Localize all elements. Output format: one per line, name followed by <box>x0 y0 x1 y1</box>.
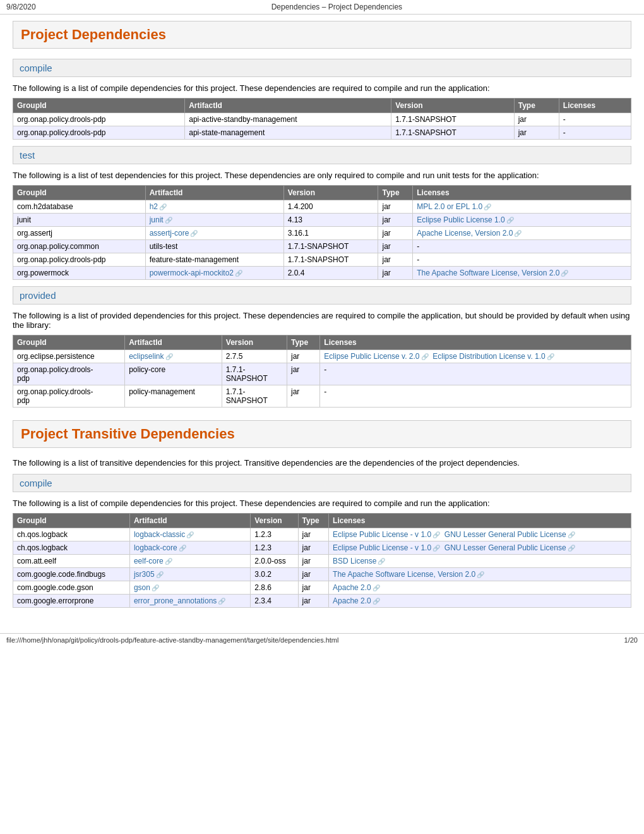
cell-licenses: Eclipse Public License - v 1.0 GNU Lesse… <box>329 528 631 541</box>
test-table: GroupId ArtifactId Version Type Licenses… <box>13 185 631 280</box>
cell-artifactid: logback-classic <box>129 528 250 541</box>
license-link2[interactable]: Eclipse Distribution License v. 1.0 <box>432 352 554 361</box>
artifact-link[interactable]: junit <box>150 215 172 224</box>
artifact-link[interactable]: assertj-core <box>150 229 198 238</box>
cell-groupid: ch.qos.logback <box>13 541 130 555</box>
cell-type: jar <box>298 555 328 568</box>
browser-date: 9/8/2020 <box>6 3 36 11</box>
test-section-label: test <box>20 150 624 160</box>
artifact-link[interactable]: jsr305 <box>134 570 164 579</box>
license-link[interactable]: Eclipse Public License - v 1.0 <box>333 543 440 552</box>
provided-col-groupid: GroupId <box>13 335 125 350</box>
cell-licenses: - <box>559 113 631 126</box>
browser-title: Dependencies – Project Dependencies <box>271 3 402 11</box>
compile-section-label: compile <box>20 63 624 73</box>
artifact-link[interactable]: eelf-core <box>134 557 172 565</box>
cell-version: 1.7.1-SNAPSHOT <box>222 363 287 385</box>
table-row: org.onap.policy.common utils-test 1.7.1-… <box>13 240 631 253</box>
compile-col-version: Version <box>391 99 515 113</box>
license-link[interactable]: The Apache Software License, Version 2.0 <box>417 269 568 277</box>
compile-col-licenses: Licenses <box>559 99 631 113</box>
cell-artifactid: utils-test <box>145 240 283 253</box>
cell-version: 1.2.3 <box>251 541 298 555</box>
provided-col-version: Version <box>222 335 287 350</box>
table-row: ch.qos.logback logback-classic 1.2.3 jar… <box>13 528 631 541</box>
compile-section-header: compile <box>13 59 631 77</box>
compile-table: GroupId ArtifactId Version Type Licenses… <box>13 98 631 140</box>
tc-col-type: Type <box>298 514 328 528</box>
license-link[interactable]: Eclipse Public License 1.0 <box>417 215 513 224</box>
license-link[interactable]: Apache License, Version 2.0 <box>417 229 522 238</box>
cell-type: jar <box>298 528 328 541</box>
license-link[interactable]: Apache 2.0 <box>333 583 380 592</box>
provided-col-licenses: Licenses <box>320 335 631 350</box>
cell-licenses: BSD License <box>329 555 631 568</box>
compile-section-desc: The following is a list of compile depen… <box>13 83 631 93</box>
cell-groupid: org.onap.policy.drools-pdp <box>13 253 146 267</box>
cell-artifactid: eclipselink <box>125 350 222 363</box>
cell-artifactid: jsr305 <box>129 568 250 581</box>
transitive-desc: The following is a list of transitive de… <box>13 458 631 468</box>
cell-groupid: org.onap.policy.drools-pdp <box>13 126 185 140</box>
table-row: junit junit 4.13 jar Eclipse Public Lice… <box>13 214 631 227</box>
license-link2[interactable]: GNU Lesser General Public License <box>444 530 575 539</box>
cell-licenses: - <box>413 240 631 253</box>
cell-version: 2.8.6 <box>251 581 298 595</box>
license-link[interactable]: MPL 2.0 or EPL 1.0 <box>417 202 491 211</box>
provided-col-type: Type <box>287 335 319 350</box>
artifact-link[interactable]: gson <box>134 583 159 592</box>
provided-section-header: provided <box>13 286 631 305</box>
table-row: com.google.code.gson gson 2.8.6 jar Apac… <box>13 581 631 595</box>
cell-type: jar <box>378 227 413 240</box>
transitive-compile-table: GroupId ArtifactId Version Type Licenses… <box>13 513 631 608</box>
test-col-type: Type <box>378 186 413 200</box>
cell-version: 3.16.1 <box>283 227 378 240</box>
test-col-groupid: GroupId <box>13 186 146 200</box>
cell-licenses: Eclipse Public License v. 2.0 Eclipse Di… <box>320 350 631 363</box>
cell-type: jar <box>378 240 413 253</box>
compile-col-groupid: GroupId <box>13 99 185 113</box>
table-row: org.powermock powermock-api-mockito2 2.0… <box>13 267 631 280</box>
cell-type: jar <box>378 253 413 267</box>
cell-licenses: Eclipse Public License 1.0 <box>413 214 631 227</box>
table-row: org.onap.policy.drools-pdp api-state-man… <box>13 126 631 140</box>
cell-type: jar <box>378 267 413 280</box>
license-link[interactable]: Apache 2.0 <box>333 596 380 605</box>
cell-groupid: org.eclipse.persistence <box>13 350 125 363</box>
artifact-link[interactable]: logback-classic <box>134 530 194 539</box>
cell-groupid: com.google.errorprone <box>13 595 130 608</box>
license-link[interactable]: Eclipse Public License - v 1.0 <box>333 530 440 539</box>
cell-type: jar <box>378 214 413 227</box>
cell-artifactid: error_prone_annotations <box>129 595 250 608</box>
cell-version: 4.13 <box>283 214 378 227</box>
cell-licenses: Eclipse Public License - v 1.0 GNU Lesse… <box>329 541 631 555</box>
artifact-link[interactable]: error_prone_annotations <box>134 596 225 605</box>
cell-artifactid: junit <box>145 214 283 227</box>
tc-col-artifactid: ArtifactId <box>129 514 250 528</box>
cell-artifactid: policy-management <box>125 385 222 408</box>
license-link[interactable]: BSD License <box>333 557 385 565</box>
project-dependencies-header: Project Dependencies <box>13 21 631 49</box>
page-title: Project Dependencies <box>21 27 623 43</box>
test-section-header: test <box>13 146 631 164</box>
cell-artifactid: h2 <box>145 200 283 214</box>
cell-groupid: junit <box>13 214 146 227</box>
artifact-link[interactable]: eclipselink <box>129 352 172 361</box>
cell-type: jar <box>287 385 319 408</box>
table-row: org.eclipse.persistence eclipselink 2.7.… <box>13 350 631 363</box>
cell-licenses: Apache 2.0 <box>329 581 631 595</box>
cell-groupid: org.onap.policy.drools-pdp <box>13 363 125 385</box>
artifact-link[interactable]: powermock-api-mockito2 <box>150 269 242 277</box>
license-link[interactable]: Eclipse Public License v. 2.0 <box>324 352 428 361</box>
cell-type: jar <box>514 126 559 140</box>
license-link2[interactable]: GNU Lesser General Public License <box>444 543 575 552</box>
cell-version: 1.7.1-SNAPSHOT <box>283 240 378 253</box>
provided-table: GroupId ArtifactId Version Type Licenses… <box>13 335 631 408</box>
cell-licenses: The Apache Software License, Version 2.0 <box>329 568 631 581</box>
license-link[interactable]: The Apache Software License, Version 2.0 <box>333 570 484 579</box>
artifact-link[interactable]: h2 <box>150 202 167 211</box>
artifact-link[interactable]: logback-core <box>134 543 186 552</box>
cell-artifactid: api-state-management <box>185 126 391 140</box>
footer-path: file:///home/jhh/onap/git/policy/drools-… <box>6 636 338 644</box>
cell-licenses: Apache License, Version 2.0 <box>413 227 631 240</box>
